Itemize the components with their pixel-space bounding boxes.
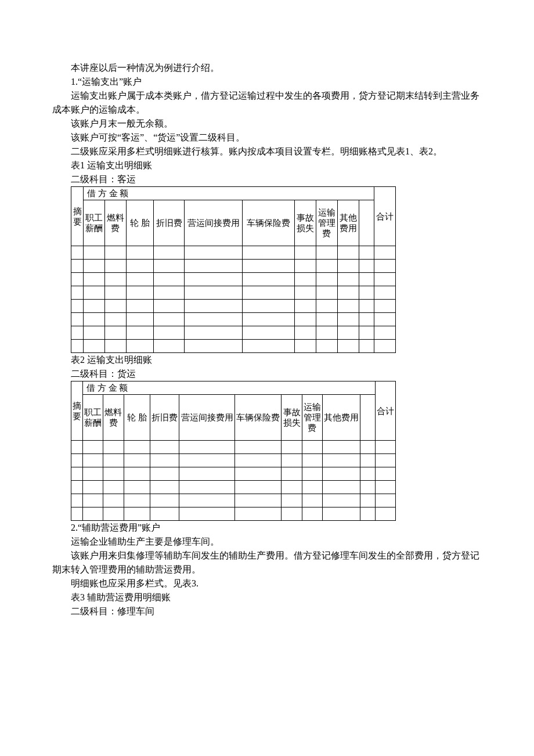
col-insurance: 车辆保险费 xyxy=(234,395,282,441)
col-group-debit: 借 方 金 额 xyxy=(84,187,374,200)
paragraph: 该账户可按“客运”、“货运”设置二级科目。 xyxy=(52,131,482,145)
col-other: 其他费用 xyxy=(322,395,360,441)
paragraph: 1.“运输支出”账户 xyxy=(52,75,482,89)
table-row xyxy=(71,313,396,326)
col-indirect: 营运间接费用 xyxy=(179,395,235,441)
table-row xyxy=(71,260,396,273)
col-tire: 轮 胎 xyxy=(126,200,153,246)
table-subtitle: 二级科目：客运 xyxy=(52,172,482,186)
paragraph: 本讲座以后一种情况为例进行介绍。 xyxy=(52,61,482,75)
paragraph: 该账户用来归集修理等辅助车间发生的辅助生产费用。借方登记修理车间发生的全部费用，… xyxy=(52,549,482,577)
table-2: 摘要 借 方 金 额 合计 职工薪酬 燃料费 轮 胎 折旧费 营运间接费用 车辆… xyxy=(71,381,396,521)
col-salary: 职工薪酬 xyxy=(83,395,103,441)
table-subtitle: 二级科目：货运 xyxy=(52,367,482,381)
paragraph: 运输企业辅助生产主要是修理车间。 xyxy=(52,535,482,549)
col-insurance: 车辆保险费 xyxy=(243,200,295,246)
col-blank xyxy=(359,200,374,246)
table-row xyxy=(71,441,396,454)
col-other: 其他费用 xyxy=(337,200,359,246)
table-row: 摘要 借 方 金 额 合计 xyxy=(71,187,396,200)
table-row: 职工薪酬 燃料费 轮 胎 折旧费 营运间接费用 车辆保险费 事故损失 运输管理费… xyxy=(71,200,396,246)
table-row xyxy=(71,300,396,313)
col-blank xyxy=(360,395,375,441)
table-title: 表2 运输支出明细账 xyxy=(52,353,482,367)
col-summary: 摘要 xyxy=(71,187,84,246)
col-depreciation: 折旧费 xyxy=(154,200,185,246)
table-row xyxy=(71,481,396,494)
table-row xyxy=(71,467,396,481)
col-accident: 事故损失 xyxy=(282,395,302,441)
table-row xyxy=(71,494,396,507)
table-row: 摘要 借 方 金 额 合计 xyxy=(71,381,396,395)
col-tire: 轮 胎 xyxy=(124,395,150,441)
col-mgmt: 运输管理费 xyxy=(302,395,322,441)
col-total: 合计 xyxy=(375,381,395,441)
col-group-debit: 借 方 金 额 xyxy=(83,381,376,395)
document-page: 本讲座以后一种情况为例进行介绍。 1.“运输支出”账户 运输支出账户属于成本类账… xyxy=(0,0,534,653)
table-row xyxy=(71,286,396,300)
table-title: 表3 辅助营运费用明细账 xyxy=(52,591,482,604)
table-row xyxy=(71,273,396,286)
col-summary: 摘要 xyxy=(71,381,83,441)
paragraph: 该账户月末一般无余额。 xyxy=(52,117,482,131)
paragraph: 2.“辅助营运费用”账户 xyxy=(52,521,482,535)
table-row xyxy=(71,340,396,353)
table-row: 职工薪酬 燃料费 轮 胎 折旧费 营运间接费用 车辆保险费 事故损失 运输管理费… xyxy=(71,395,396,441)
table-1: 摘要 借 方 金 额 合计 职工薪酬 燃料费 轮 胎 折旧费 营运间接费用 车辆… xyxy=(71,186,396,353)
col-total: 合计 xyxy=(374,187,396,246)
col-depreciation: 折旧费 xyxy=(150,395,179,441)
col-fuel: 燃料费 xyxy=(104,200,126,246)
table-row xyxy=(71,326,396,340)
col-accident: 事故损失 xyxy=(294,200,316,246)
col-salary: 职工薪酬 xyxy=(84,200,105,246)
table-subtitle: 二级科目：修理车间 xyxy=(52,604,482,618)
paragraph: 运输支出账户属于成本类账户，借方登记运输过程中发生的各项费用，贷方登记期末结转到… xyxy=(52,89,482,117)
table-title: 表1 运输支出明细账 xyxy=(52,159,482,172)
col-fuel: 燃料费 xyxy=(103,395,124,441)
col-indirect: 营运间接费用 xyxy=(185,200,243,246)
table-row xyxy=(71,454,396,467)
paragraph: 二级账应采用多栏式明细账进行核算。账内按成本项目设置专栏。明细账格式见表1、表2… xyxy=(52,145,482,159)
table-row xyxy=(71,246,396,260)
paragraph: 明细账也应采用多栏式。见表3. xyxy=(52,577,482,591)
table-row xyxy=(71,507,396,521)
col-mgmt: 运输管理费 xyxy=(316,200,337,246)
